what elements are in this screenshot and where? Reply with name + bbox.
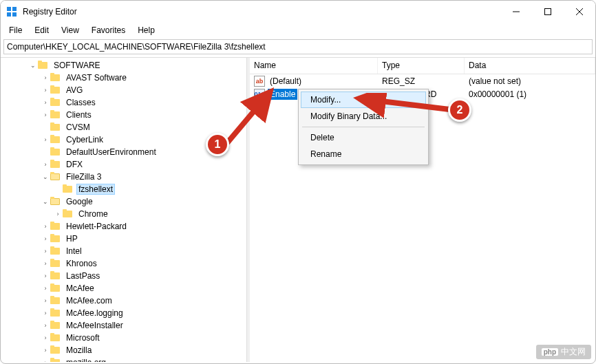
chevron-down-icon[interactable]: ⌄ xyxy=(28,61,38,70)
chevron-right-icon[interactable]: › xyxy=(41,246,50,256)
tree-node[interactable]: ›McAfee.com xyxy=(41,295,246,307)
chevron-right-icon[interactable]: › xyxy=(41,135,50,144)
column-type[interactable]: Type xyxy=(378,58,465,74)
tree-node[interactable]: ›Microsoft xyxy=(41,332,246,344)
annotation-badge-1: 1 xyxy=(206,133,229,156)
folder-icon xyxy=(50,222,61,231)
tree-node-label: McAfeeInstaller xyxy=(64,320,125,331)
tree-node[interactable]: ›Khronos xyxy=(41,257,246,270)
chevron-right-icon[interactable]: › xyxy=(41,222,50,231)
value-name: Enable xyxy=(268,89,297,100)
chevron-right-icon[interactable]: › xyxy=(41,358,50,362)
tree-node-label: Clients xyxy=(64,109,94,120)
context-menu-item[interactable]: Delete xyxy=(301,129,426,146)
watermark-brand: php xyxy=(542,348,558,356)
tree-pane[interactable]: ⌄SOFTWARE›AVAST Software›AVG›Classes›Cli… xyxy=(1,58,247,362)
menu-edit[interactable]: Edit xyxy=(29,24,54,36)
folder-icon xyxy=(50,98,61,107)
chevron-right-icon[interactable]: › xyxy=(41,259,50,268)
tree-node[interactable]: ›McAfee.logging xyxy=(41,307,246,319)
value-name: (Default) xyxy=(268,76,304,87)
menu-view[interactable]: View xyxy=(56,24,85,36)
tree-node-label: McAfee.com xyxy=(64,295,114,306)
tree-node[interactable]: ›McAfeeInstaller xyxy=(41,319,246,332)
chevron-right-icon[interactable]: › xyxy=(41,333,50,343)
tree-node[interactable]: CVSM xyxy=(41,121,246,133)
menu-favorites[interactable]: Favorites xyxy=(86,24,131,36)
chevron-right-icon[interactable]: › xyxy=(41,73,50,83)
column-data[interactable]: Data xyxy=(465,58,595,74)
tree-node[interactable]: ›Mozilla xyxy=(41,344,246,356)
chevron-right-icon[interactable]: › xyxy=(41,234,50,244)
tree-node[interactable]: ›mozilla.org xyxy=(41,356,246,362)
minimize-button[interactable] xyxy=(500,1,532,23)
close-button[interactable] xyxy=(564,1,595,23)
chevron-right-icon[interactable]: › xyxy=(41,321,50,330)
tree-node-label: AVAST Software xyxy=(64,72,129,83)
dword-value-icon: 011 xyxy=(254,89,265,100)
chevron-right-icon[interactable]: › xyxy=(41,271,50,281)
tree-node[interactable]: ⌄Google xyxy=(41,195,246,208)
tree-node[interactable]: ›Clients xyxy=(41,109,246,121)
chevron-right-icon[interactable]: › xyxy=(41,85,50,95)
tree-node-label: CyberLink xyxy=(64,134,105,145)
chevron-right-icon[interactable]: › xyxy=(41,296,50,306)
chevron-right-icon[interactable]: › xyxy=(41,110,50,120)
tree-node[interactable]: ›Hewlett-Packard xyxy=(41,220,246,233)
tree-node[interactable]: ›HP xyxy=(41,233,246,245)
tree-node-label: AVG xyxy=(64,85,85,96)
folder-icon xyxy=(63,209,74,219)
chevron-right-icon[interactable]: › xyxy=(41,160,50,169)
context-menu-item[interactable]: Rename xyxy=(301,146,426,162)
titlebar: Registry Editor xyxy=(1,1,595,23)
string-value-icon: ab xyxy=(254,76,265,87)
chevron-right-icon[interactable]: › xyxy=(41,283,50,293)
menu-help[interactable]: Help xyxy=(132,24,160,36)
window-title: Registry Editor xyxy=(23,7,77,17)
column-name[interactable]: Name xyxy=(250,58,378,74)
tree-node[interactable]: ›DFX xyxy=(41,158,246,171)
value-data: (value not set) xyxy=(465,76,595,86)
tree-node[interactable]: ›AVG xyxy=(41,84,246,96)
list-row[interactable]: ab(Default)REG_SZ(value not set) xyxy=(250,74,595,87)
folder-icon xyxy=(50,345,61,355)
folder-icon xyxy=(50,110,61,120)
folder-icon xyxy=(50,259,61,268)
chevron-down-icon[interactable]: ⌄ xyxy=(41,172,50,182)
annotation-badge-2-text: 2 xyxy=(457,104,463,116)
svg-rect-2 xyxy=(7,12,11,17)
chevron-right-icon[interactable]: › xyxy=(41,345,50,355)
chevron-right-icon[interactable]: › xyxy=(53,209,63,219)
tree-node[interactable]: ›McAfee xyxy=(41,282,246,295)
context-menu-item[interactable]: Modify Binary Data... xyxy=(301,108,426,125)
tree-node-label: SOFTWARE xyxy=(52,60,103,71)
address-text: Computer\HKEY_LOCAL_MACHINE\SOFTWARE\Fil… xyxy=(7,42,266,52)
chevron-down-icon[interactable]: ⌄ xyxy=(41,197,50,206)
menu-file[interactable]: File xyxy=(3,24,28,36)
folder-icon xyxy=(50,147,61,157)
tree-node-label: FileZilla 3 xyxy=(64,171,103,182)
value-data: 0x00000001 (1) xyxy=(465,89,595,99)
annotation-badge-1-text: 1 xyxy=(215,138,221,151)
tree-node[interactable]: ›Classes xyxy=(41,96,246,109)
chevron-right-icon[interactable]: › xyxy=(41,308,50,318)
tree-node[interactable]: ›AVAST Software xyxy=(41,72,246,84)
tree-node[interactable]: fzshellext xyxy=(53,183,246,195)
folder-icon xyxy=(50,358,61,362)
svg-rect-3 xyxy=(12,12,17,17)
tree-node[interactable]: ›Chrome xyxy=(53,208,246,220)
context-menu-item[interactable]: Modify... xyxy=(301,92,426,108)
folder-icon xyxy=(50,85,61,95)
address-bar[interactable]: Computer\HKEY_LOCAL_MACHINE\SOFTWARE\Fil… xyxy=(3,39,593,54)
tree-node[interactable]: ›LastPass xyxy=(41,270,246,282)
maximize-button[interactable] xyxy=(532,1,564,23)
chevron-right-icon[interactable]: › xyxy=(41,98,50,107)
tree-node[interactable]: ›Intel xyxy=(41,245,246,257)
svg-rect-5 xyxy=(545,9,551,15)
folder-icon xyxy=(50,160,61,169)
tree-node[interactable]: ⌄SOFTWARE xyxy=(28,59,246,72)
app-icon xyxy=(6,6,17,17)
folder-icon xyxy=(63,184,74,194)
tree-node[interactable]: ⌄FileZilla 3 xyxy=(41,171,246,183)
folder-icon xyxy=(50,271,61,281)
